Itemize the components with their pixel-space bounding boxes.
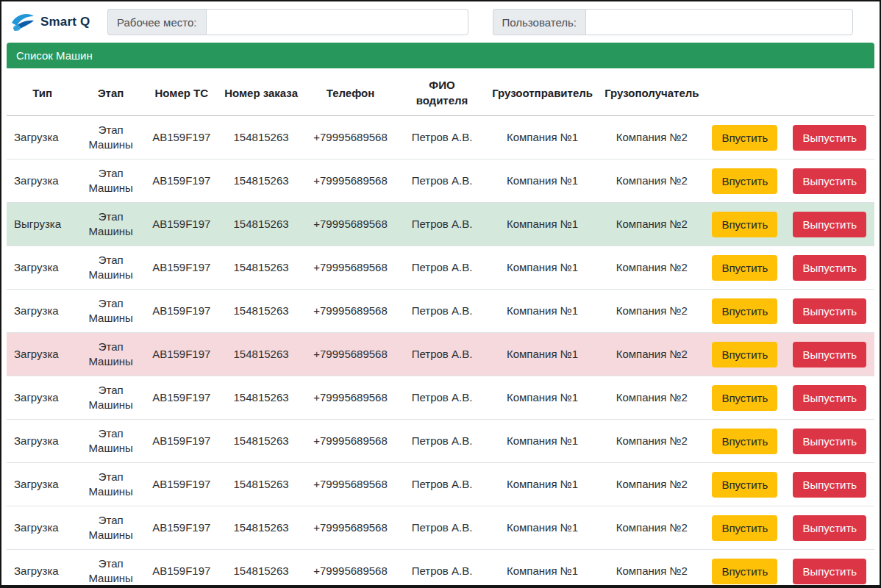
cell-driver: Петров А.В. [398,159,485,203]
admit-button[interactable]: Впустить [712,515,777,541]
cell-phone: +79995689568 [303,159,399,203]
cell-driver: Петров А.В. [398,203,485,246]
cell-release-action: Выпустить [785,420,874,463]
cell-vehicle: АВ159F197 [143,290,219,333]
cell-driver: Петров А.В. [398,246,485,290]
cell-driver: Петров А.В. [398,463,485,506]
release-button[interactable]: Выпустить [793,515,866,541]
admit-button[interactable]: Впустить [712,472,777,498]
cell-stage: Этап Машины [78,203,143,246]
cell-type: Загрузка [7,420,78,463]
cell-admit-action: Впустить [705,376,785,420]
cell-vehicle: АВ159F197 [143,463,219,506]
release-button[interactable]: Выпустить [793,385,866,411]
workplace-label: Рабочее место: [107,9,206,35]
cell-release-action: Выпустить [785,333,874,376]
workplace-input[interactable] [206,9,468,35]
panel-title: Список Машин [7,43,874,68]
cell-phone: +79995689568 [303,506,399,550]
admit-button[interactable]: Впустить [712,255,777,281]
admit-button[interactable]: Впустить [712,125,777,151]
cell-type: Загрузка [7,116,78,159]
release-button[interactable]: Выпустить [793,255,866,281]
table-row: ЗагрузкаЭтап МашиныАВ159F197154815263+79… [7,506,874,550]
release-button[interactable]: Выпустить [793,342,866,368]
cell-shipper: Компания №1 [486,550,599,588]
user-label: Пользователь: [493,9,586,35]
cell-phone: +79995689568 [303,333,399,376]
cell-phone: +79995689568 [303,420,399,463]
cell-consignee: Компания №2 [599,463,705,506]
user-input[interactable] [585,9,853,35]
cell-consignee: Компания №2 [599,376,705,420]
cell-driver: Петров А.В. [398,506,485,550]
admit-button[interactable]: Впустить [712,212,777,237]
cell-consignee: Компания №2 [599,506,705,550]
table-row: ВыгрузкаЭтап МашиныАВ159F197154815263+79… [7,203,874,246]
cell-phone: +79995689568 [303,550,399,588]
cell-admit-action: Впустить [705,116,785,159]
cell-consignee: Компания №2 [599,290,705,333]
cell-stage: Этап Машины [78,159,143,203]
cell-order: 154815263 [219,506,302,550]
cell-admit-action: Впустить [705,290,785,333]
release-button[interactable]: Выпустить [793,429,866,454]
cell-type: Загрузка [7,506,78,550]
table-row: ЗагрузкаЭтап МашиныАВ159F197154815263+79… [7,420,874,463]
column-header-order: Номер заказа [219,70,302,116]
release-button[interactable]: Выпустить [793,472,866,498]
cell-admit-action: Впустить [705,463,785,506]
cell-stage: Этап Машины [78,116,143,159]
cell-order: 154815263 [219,463,302,506]
workplace-input-group: Рабочее место: [107,9,468,35]
table-row: ЗагрузкаЭтап МашиныАВ159F197154815263+79… [7,159,874,203]
release-button[interactable]: Выпустить [793,168,866,194]
cell-shipper: Компания №1 [486,159,599,203]
cell-shipper: Компания №1 [486,463,599,506]
cell-admit-action: Впустить [705,506,785,550]
cell-consignee: Компания №2 [599,203,705,246]
admit-button[interactable]: Впустить [712,168,777,194]
cell-shipper: Компания №1 [486,203,599,246]
cell-stage: Этап Машины [78,420,143,463]
column-header-vehicle: Номер ТС [143,70,219,116]
release-button[interactable]: Выпустить [793,212,866,237]
cell-consignee: Компания №2 [599,333,705,376]
cell-type: Загрузка [7,159,78,203]
admit-button[interactable]: Впустить [712,429,777,454]
cell-phone: +79995689568 [303,376,399,420]
cell-release-action: Выпустить [785,290,874,333]
cell-phone: +79995689568 [303,246,399,290]
cell-phone: +79995689568 [303,290,399,333]
cell-stage: Этап Машины [78,246,143,290]
admit-button[interactable]: Впустить [712,298,777,324]
table-row: ЗагрузкаЭтап МашиныАВ159F197154815263+79… [7,246,874,290]
cell-vehicle: АВ159F197 [143,333,219,376]
cell-stage: Этап Машины [78,290,143,333]
cell-admit-action: Впустить [705,420,785,463]
cell-vehicle: АВ159F197 [143,246,219,290]
table-row: ЗагрузкаЭтап МашиныАВ159F197154815263+79… [7,376,874,420]
cell-stage: Этап Машины [78,376,143,420]
release-button[interactable]: Выпустить [793,559,866,584]
cell-order: 154815263 [219,246,302,290]
cell-admit-action: Впустить [705,159,785,203]
release-button[interactable]: Выпустить [793,125,866,151]
cell-order: 154815263 [219,116,302,159]
cell-shipper: Компания №1 [486,506,599,550]
column-header-shipper: Грузоотправитель [486,70,599,116]
table-row: ЗагрузкаЭтап МашиныАВ159F197154815263+79… [7,333,874,376]
column-header-phone: Телефон [303,70,399,116]
machines-table: Тип Этап Номер ТС Номер заказа Телефон Ф… [7,70,874,588]
admit-button[interactable]: Впустить [712,342,777,368]
table-row: ЗагрузкаЭтап МашиныАВ159F197154815263+79… [7,463,874,506]
topbar: Smart Q Рабочее место: Пользователь: [1,1,880,41]
cell-order: 154815263 [219,290,302,333]
cell-phone: +79995689568 [303,203,399,246]
cell-vehicle: АВ159F197 [143,116,219,159]
release-button[interactable]: Выпустить [793,298,866,324]
admit-button[interactable]: Впустить [712,559,777,584]
cell-release-action: Выпустить [785,159,874,203]
cell-driver: Петров А.В. [398,116,485,159]
admit-button[interactable]: Впустить [712,385,777,411]
